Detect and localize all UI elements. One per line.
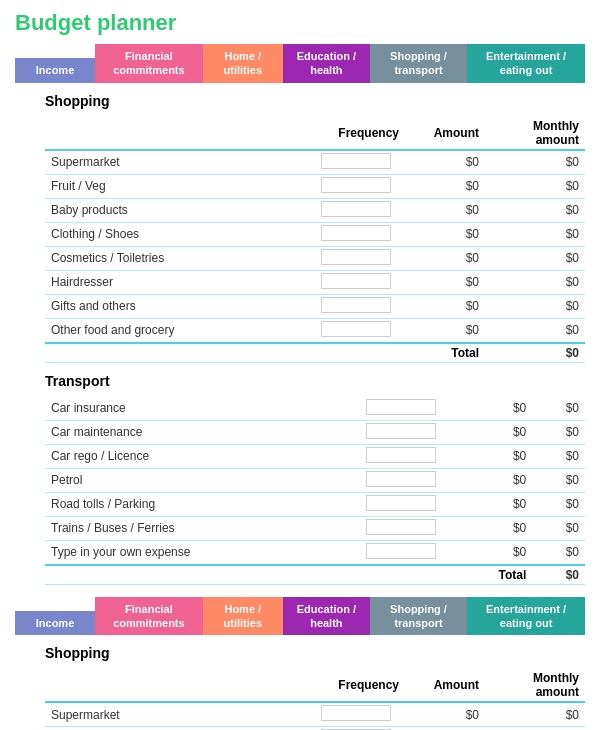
row-label: Cosmetics / Toiletries [45, 246, 315, 270]
row-frequency-cell[interactable] [360, 468, 450, 492]
row-amount: $0 [405, 198, 485, 222]
row-monthly: $0 [532, 444, 585, 468]
row-amount: $0 [450, 516, 533, 540]
header-monthly-2: Monthly amount [485, 669, 585, 702]
shopping-section: Shopping Frequency Amount Monthly amount… [45, 93, 585, 363]
row-label: Gifts and others [45, 294, 315, 318]
row-monthly: $0 [532, 540, 585, 565]
table-row: Supermarket $0 $0 [45, 702, 585, 727]
shopping-total-value: $0 [485, 343, 585, 363]
row-monthly: $0 [532, 397, 585, 421]
row-frequency-cell[interactable] [360, 420, 450, 444]
tab-home[interactable]: Home / utilities [203, 44, 283, 83]
frequency-input[interactable] [321, 321, 391, 337]
tab-education-2[interactable]: Education / health [283, 597, 370, 636]
row-label: Baby products [45, 198, 315, 222]
transport-total-label-text: Total [450, 565, 533, 585]
shopping-section-2: Shopping Frequency Amount Monthly amount… [45, 645, 585, 730]
frequency-input[interactable] [321, 297, 391, 313]
row-frequency-cell[interactable] [315, 246, 405, 270]
tab-financial[interactable]: Financial commitments [95, 44, 203, 83]
row-label: Hairdresser [45, 270, 315, 294]
row-amount: $0 [405, 318, 485, 343]
row-monthly: $0 [532, 468, 585, 492]
table-row: Road tolls / Parking $0 $0 [45, 492, 585, 516]
row-label: Fruit / Veg [45, 174, 315, 198]
frequency-input[interactable] [366, 423, 436, 439]
row-amount: $0 [450, 444, 533, 468]
row-frequency-cell[interactable] [315, 150, 405, 175]
frequency-input[interactable] [321, 705, 391, 721]
frequency-input[interactable] [366, 399, 436, 415]
row-monthly: $0 [485, 174, 585, 198]
row-label: Car maintenance [45, 420, 360, 444]
header-frequency: Frequency [315, 117, 405, 150]
frequency-input[interactable] [321, 153, 391, 169]
transport-section: Transport Car insurance $0 $0 Car mainte… [45, 373, 585, 585]
tab-home-2[interactable]: Home / utilities [203, 597, 283, 636]
tab-financial-2[interactable]: Financial commitments [95, 597, 203, 636]
row-frequency-cell[interactable] [360, 492, 450, 516]
row-frequency-cell[interactable] [360, 397, 450, 421]
tab-education[interactable]: Education / health [283, 44, 370, 83]
row-frequency-cell[interactable] [315, 294, 405, 318]
row-monthly: $0 [532, 420, 585, 444]
shopping-table: Frequency Amount Monthly amount Supermar… [45, 117, 585, 363]
frequency-input[interactable] [366, 543, 436, 559]
row-frequency-cell[interactable] [315, 174, 405, 198]
header-frequency-2: Frequency [315, 669, 405, 702]
row-amount: $0 [450, 420, 533, 444]
table-row: Supermarket $0 $0 [45, 150, 585, 175]
table-row: Type in your own expense $0 $0 [45, 540, 585, 565]
frequency-input[interactable] [366, 519, 436, 535]
row-frequency-cell[interactable] [360, 444, 450, 468]
transport-total-value: $0 [532, 565, 585, 585]
frequency-input[interactable] [321, 225, 391, 241]
row-monthly: $0 [485, 318, 585, 343]
row-frequency-cell[interactable] [315, 222, 405, 246]
transport-total-spacer [45, 565, 450, 585]
row-label: Type in your own expense [45, 540, 360, 565]
row-amount: $0 [450, 397, 533, 421]
row-frequency-cell[interactable] [315, 198, 405, 222]
row-frequency-cell[interactable] [315, 270, 405, 294]
row-label: Clothing / Shoes [45, 222, 315, 246]
row-label: Road tolls / Parking [45, 492, 360, 516]
row-monthly: $0 [485, 198, 585, 222]
row-frequency-cell[interactable] [315, 702, 405, 727]
table-row: Fruit / Veg $0 $0 [45, 174, 585, 198]
frequency-input[interactable] [321, 177, 391, 193]
frequency-input[interactable] [366, 447, 436, 463]
table-row: Cosmetics / Toiletries $0 $0 [45, 246, 585, 270]
table-row: Car rego / Licence $0 $0 [45, 444, 585, 468]
frequency-input[interactable] [321, 201, 391, 217]
frequency-input[interactable] [321, 273, 391, 289]
page-container: Budget planner Income Financial commitme… [0, 0, 600, 730]
tab-entertainment[interactable]: Entertainment / eating out [467, 44, 585, 83]
row-frequency-cell[interactable] [360, 516, 450, 540]
row-label: Supermarket [45, 702, 315, 727]
row-amount: $0 [405, 270, 485, 294]
row-label: Other food and grocery [45, 318, 315, 343]
shopping-title-2: Shopping [45, 645, 585, 661]
table-row: Baby products $0 $0 [45, 198, 585, 222]
row-frequency-cell[interactable] [315, 318, 405, 343]
nav-tabs-top: Income Financial commitments Home / util… [15, 44, 585, 83]
transport-title: Transport [45, 373, 585, 389]
page-title: Budget planner [15, 10, 585, 36]
row-amount: $0 [450, 540, 533, 565]
tab-shopping[interactable]: Shopping / transport [370, 44, 467, 83]
tab-income[interactable]: Income [15, 58, 95, 82]
row-frequency-cell[interactable] [360, 540, 450, 565]
table-row: Other food and grocery $0 $0 [45, 318, 585, 343]
tab-shopping-2[interactable]: Shopping / transport [370, 597, 467, 636]
frequency-input[interactable] [321, 249, 391, 265]
frequency-input[interactable] [366, 495, 436, 511]
transport-table: Car insurance $0 $0 Car maintenance $0 $… [45, 397, 585, 585]
row-label: Trains / Buses / Ferries [45, 516, 360, 540]
table-row: Trains / Buses / Ferries $0 $0 [45, 516, 585, 540]
row-label: Car rego / Licence [45, 444, 360, 468]
tab-income-2[interactable]: Income [15, 611, 95, 635]
frequency-input[interactable] [366, 471, 436, 487]
tab-entertainment-2[interactable]: Entertainment / eating out [467, 597, 585, 636]
